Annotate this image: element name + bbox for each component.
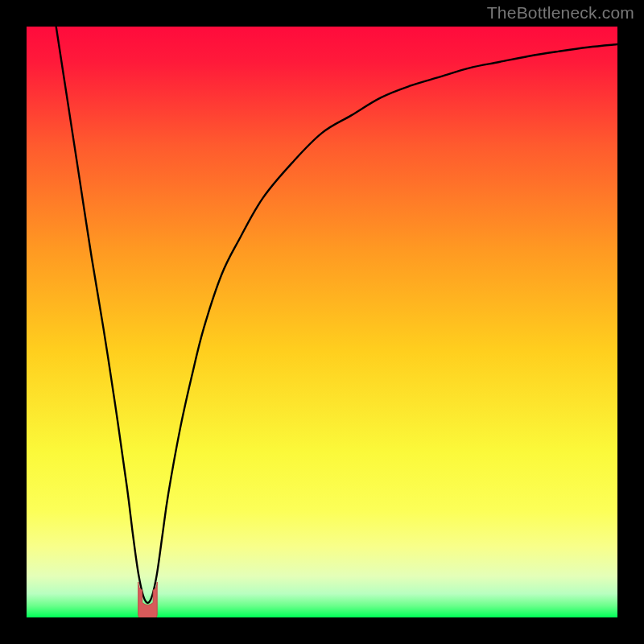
watermark-text: TheBottleneck.com (487, 3, 634, 23)
plot-area (27, 27, 617, 617)
heat-gradient-background (27, 27, 617, 617)
svg-rect-0 (27, 27, 617, 617)
chart-frame: TheBottleneck.com (0, 0, 644, 644)
